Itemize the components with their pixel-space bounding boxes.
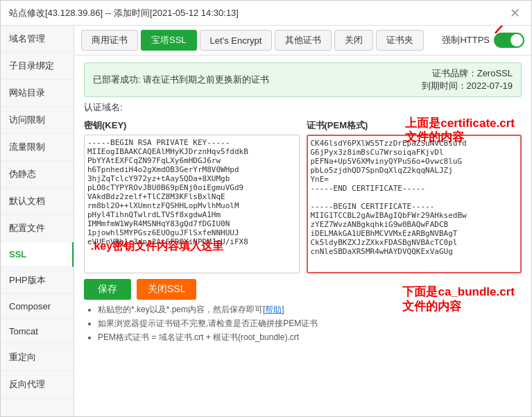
modal-close-button[interactable]: ✕: [507, 7, 523, 19]
sidebar-item-traffic[interactable]: 流量限制: [1, 134, 74, 161]
tab-letsencrypt[interactable]: Let's Encrypt: [200, 30, 273, 51]
title-bar: 站点修改[43.128.39.86] -- 添加时间[2021-05-12 14…: [1, 1, 531, 26]
ssl-domain-row: 认证域名:: [84, 101, 522, 114]
modal-body: 域名管理子目录绑定网站目录访问限制流量限制伪静态默认文档配置文件SSLPHP版本…: [1, 26, 531, 416]
tabs-left: 商用证书宝塔SSLLet's Encrypt其他证书关闭证书夹: [81, 30, 424, 51]
sidebar-item-composer[interactable]: Composer: [1, 294, 74, 319]
sidebar-item-domain[interactable]: 域名管理: [1, 26, 74, 53]
close-ssl-button[interactable]: 关闭SSL: [137, 279, 196, 300]
key-section: 密钥(KEY) .key密钥文件内容填入这里: [84, 119, 300, 273]
ssl-success-msg: 已部署成功: 请在证书到期之前更换新的证书: [93, 74, 269, 86]
save-button[interactable]: 保存: [84, 279, 131, 300]
sidebar-item-tomcat[interactable]: Tomcat: [1, 319, 74, 344]
tabs-row: 商用证书宝塔SSLLet's Encrypt其他证书关闭证书夹 强制HTTPS: [74, 26, 531, 56]
tab-close[interactable]: 关闭: [334, 30, 373, 51]
cert-expiry: 到期时间：2022-07-19: [422, 80, 513, 92]
sidebar-item-ssl[interactable]: SSL: [1, 242, 74, 267]
force-https-label: 强制HTTPS: [442, 34, 490, 46]
sidebar-item-reverseproxy[interactable]: 反向代理: [1, 371, 74, 398]
tab-commercial[interactable]: 商用证书: [81, 30, 138, 51]
ssl-content-area: 已部署成功: 请在证书到期之前更换新的证书 证书品牌：ZeroSSL 到期时间：…: [74, 56, 531, 416]
hint-help-link[interactable]: 帮助: [265, 305, 282, 314]
domain-label: 认证域名:: [84, 102, 123, 112]
cert-brand: 证书品牌：ZeroSSL: [422, 67, 513, 80]
hint-item-1: 粘贴您的*.key以及*.pem内容，然后保存即可[帮助]: [98, 304, 522, 316]
main-content: 商用证书宝塔SSLLet's Encrypt其他证书关闭证书夹 强制HTTPS: [74, 26, 531, 416]
modal-title: 站点修改[43.128.39.86] -- 添加时间[2021-05-12 14…: [9, 7, 239, 19]
tab-other[interactable]: 其他证书: [275, 30, 332, 51]
sidebar-item-pseudo[interactable]: 伪静态: [1, 161, 74, 188]
toggle-thumb: [510, 34, 523, 46]
tabs-right: 强制HTTPS: [442, 33, 524, 48]
ssl-cert-info: 证书品牌：ZeroSSL 到期时间：2022-07-19: [422, 67, 513, 92]
sidebar-item-redirect[interactable]: 重定向: [1, 344, 74, 371]
force-https-toggle[interactable]: [494, 33, 524, 48]
ssl-success-bar: 已部署成功: 请在证书到期之前更换新的证书 证书品牌：ZeroSSL 到期时间：…: [84, 62, 522, 97]
buttons-row: 保存 关闭SSL: [84, 279, 522, 300]
cert-textarea[interactable]: [307, 135, 522, 273]
sidebar-item-defaultdoc[interactable]: 默认文档: [1, 188, 74, 215]
sidebar-item-phpver[interactable]: PHP版本: [1, 267, 74, 294]
sidebar-item-subdirfix[interactable]: 子目录绑定: [1, 53, 74, 80]
cert-section: 证书(PEM格式) 上面是certificate.crt文件的内容 下面是ca_…: [307, 119, 522, 273]
cert-label: 证书(PEM格式): [307, 119, 522, 132]
key-textarea[interactable]: [84, 135, 300, 273]
hint-item-3: PEM格式证书 = 域名证书.crt + 根证书(root_bundle).cr…: [98, 332, 522, 343]
hint-item-2: 如果浏览器提示证书链不完整,请检查是否正确拼接PEM证书: [98, 318, 522, 330]
key-label: 密钥(KEY): [84, 119, 300, 132]
sidebar: 域名管理子目录绑定网站目录访问限制流量限制伪静态默认文档配置文件SSLPHP版本…: [1, 26, 74, 416]
hints-list: 粘贴您的*.key以及*.pem内容，然后保存即可[帮助] 如果浏览器提示证书链…: [84, 304, 522, 343]
sidebar-item-config[interactable]: 配置文件: [1, 215, 74, 242]
sidebar-item-access[interactable]: 访问限制: [1, 107, 74, 134]
modal-window: 站点修改[43.128.39.86] -- 添加时间[2021-05-12 14…: [0, 0, 532, 417]
tab-certtab[interactable]: 证书夹: [376, 30, 424, 51]
sidebar-item-sitedir[interactable]: 网站目录: [1, 80, 74, 107]
keys-container: 密钥(KEY) .key密钥文件内容填入这里 证书(PEM格式) 上面是cert…: [84, 119, 522, 273]
tab-baota[interactable]: 宝塔SSL: [141, 30, 197, 51]
